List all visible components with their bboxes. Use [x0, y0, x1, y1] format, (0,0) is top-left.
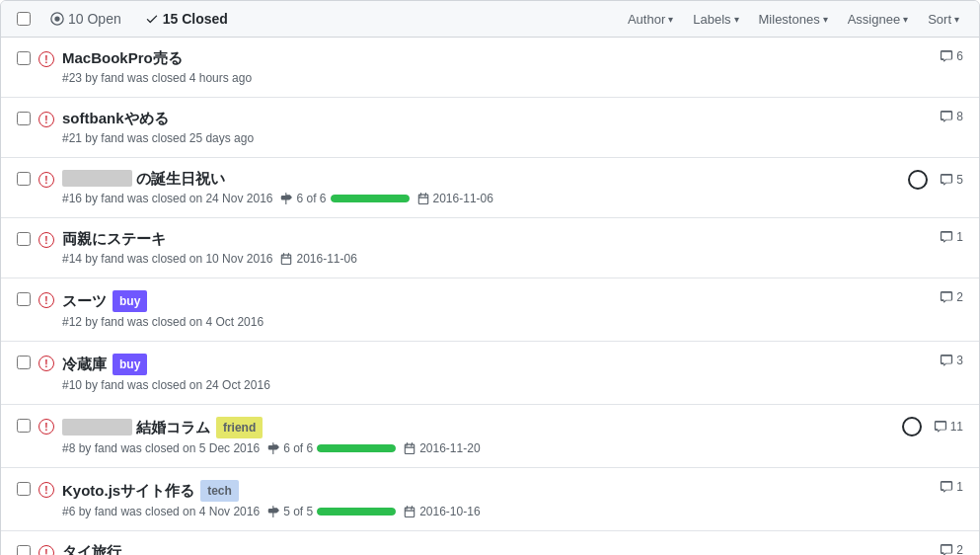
milestone-bar: 5 of 5	[267, 505, 396, 518]
comment-count-text: 1	[956, 480, 963, 494]
issue-checkbox[interactable]	[17, 232, 31, 246]
milestone-date: 2016-11-06	[417, 192, 493, 205]
issue-meta-text: #16 by fand was closed on 24 Nov 2016	[62, 192, 272, 205]
issue-title[interactable]: スーツ	[62, 292, 107, 311]
progress-bar-bg	[317, 444, 396, 452]
table-row: ! MacBookPro売る#23 by fand was closed 4 h…	[1, 38, 979, 98]
comment-count: 1	[940, 480, 963, 494]
issue-title[interactable]: 両親にステーキ	[62, 230, 166, 249]
issue-checkbox[interactable]	[17, 112, 31, 125]
issue-checkbox[interactable]	[17, 545, 31, 555]
comment-count-text: 11	[950, 420, 963, 434]
comment-icon	[940, 173, 953, 187]
issue-title[interactable]: xxxxxxxx の誕生日祝い	[62, 170, 225, 189]
issue-meta: #21 by fand was closed 25 days ago	[62, 131, 924, 145]
issue-content: Kyoto.jsサイト作るtech#6 by fand was closed o…	[62, 480, 924, 518]
comment-count: 5	[940, 173, 963, 187]
issue-title[interactable]: xxxxxxxx 結婚コラム	[62, 419, 210, 437]
progress-bar-bg	[331, 195, 410, 202]
comment-count-text: 2	[956, 543, 963, 555]
milestones-chevron-icon: ▾	[823, 14, 828, 25]
avatar	[908, 170, 928, 190]
issues-container: 10 Open 15 Closed Author ▾ Labels ▾ Mile…	[0, 0, 980, 555]
open-status-button[interactable]: 10 Open	[46, 9, 125, 29]
avatar	[902, 417, 922, 436]
issue-meta-text: #10 by fand was closed on 24 Oct 2016	[62, 378, 270, 392]
table-row: ! xxxxxxxx の誕生日祝い#16 by fand was closed …	[1, 158, 979, 218]
svg-text:!: !	[44, 548, 47, 555]
label-badge[interactable]: friend	[216, 417, 263, 438]
issue-title[interactable]: Kyoto.jsサイト作る	[62, 482, 194, 501]
issue-title[interactable]: 冷蔵庫	[62, 356, 107, 374]
issue-title[interactable]: MacBookPro売る	[62, 49, 183, 68]
issue-right: 2	[940, 290, 963, 304]
closed-status-button[interactable]: 15 Closed	[141, 9, 232, 29]
svg-text:!: !	[44, 235, 47, 246]
progress-bar-fill	[331, 195, 410, 202]
calendar-icon	[417, 193, 429, 204]
author-filter-button[interactable]: Author ▾	[624, 10, 677, 29]
calendar-icon	[404, 506, 415, 517]
svg-text:!: !	[44, 175, 47, 186]
issue-meta: #16 by fand was closed on 24 Nov 2016 6 …	[62, 192, 892, 205]
issue-checkbox[interactable]	[17, 172, 31, 186]
label-badge[interactable]: buy	[113, 354, 147, 375]
issue-right: 8	[940, 110, 963, 123]
progress-bar-fill	[317, 444, 396, 452]
issue-closed-icon: !	[38, 356, 54, 371]
toolbar: 10 Open 15 Closed Author ▾ Labels ▾ Mile…	[1, 1, 979, 38]
issue-content: 冷蔵庫buy#10 by fand was closed on 24 Oct 2…	[62, 354, 924, 392]
issue-checkbox[interactable]	[17, 356, 31, 369]
milestone-icon	[280, 193, 292, 204]
table-row: ! 両親にステーキ#14 by fand was closed on 10 No…	[1, 218, 979, 278]
milestone-text: 6 of 6	[283, 441, 313, 455]
issue-closed-icon: !	[38, 172, 54, 188]
milestone-date-text: 2016-10-16	[419, 505, 480, 518]
comment-count-text: 1	[956, 230, 963, 244]
milestone-date-text: 2016-11-06	[296, 252, 356, 266]
issue-meta: #14 by fand was closed on 10 Nov 2016 20…	[62, 252, 924, 266]
issue-meta-text: #23 by fand was closed 4 hours ago	[62, 71, 252, 85]
issue-closed-icon: !	[38, 51, 54, 67]
table-row: ! xxxxxxxx 結婚コラムfriend#8 by fand was clo…	[1, 405, 979, 468]
comment-count: 6	[940, 49, 963, 63]
milestone-bar: 6 of 6	[267, 441, 396, 455]
issue-content: MacBookPro売る#23 by fand was closed 4 hou…	[62, 49, 924, 85]
label-badge[interactable]: tech	[200, 480, 239, 502]
issue-meta: #10 by fand was closed on 24 Oct 2016	[62, 378, 924, 392]
sort-filter-button[interactable]: Sort ▾	[924, 10, 963, 29]
issue-checkbox[interactable]	[17, 482, 31, 496]
issue-meta: #23 by fand was closed 4 hours ago	[62, 71, 924, 85]
issue-right: 3	[940, 354, 963, 367]
issue-content: softbankやめる#21 by fand was closed 25 day…	[62, 110, 924, 145]
svg-text:!: !	[44, 115, 47, 125]
issue-title-row: Kyoto.jsサイト作るtech	[62, 480, 924, 502]
select-all-checkbox[interactable]	[17, 12, 31, 26]
svg-text:!: !	[44, 422, 47, 433]
labels-filter-button[interactable]: Labels ▾	[689, 10, 742, 29]
milestone-date: 2016-11-06	[280, 252, 356, 266]
issue-checkbox[interactable]	[17, 51, 31, 65]
comment-icon	[940, 110, 953, 123]
issue-title-row: xxxxxxxx 結婚コラムfriend	[62, 417, 886, 438]
milestones-filter-button[interactable]: Milestones ▾	[755, 10, 832, 29]
open-icon	[50, 12, 64, 26]
svg-text:!: !	[44, 54, 47, 65]
issue-meta-text: #6 by fand was closed on 4 Nov 2016	[62, 505, 260, 518]
assignee-filter-button[interactable]: Assignee ▾	[844, 10, 912, 29]
issue-content: 両親にステーキ#14 by fand was closed on 10 Nov …	[62, 230, 924, 266]
label-badge[interactable]: buy	[113, 290, 147, 312]
milestone-text: 5 of 5	[283, 505, 313, 518]
issue-title[interactable]: タイ旅行	[62, 543, 121, 555]
assignee-chevron-icon: ▾	[903, 14, 908, 25]
comment-icon	[940, 480, 953, 494]
comment-icon	[940, 354, 953, 367]
issue-title-row: 両親にステーキ	[62, 230, 924, 249]
issue-checkbox[interactable]	[17, 292, 31, 306]
issue-checkbox[interactable]	[17, 419, 31, 433]
issues-list: ! MacBookPro売る#23 by fand was closed 4 h…	[1, 38, 979, 555]
comment-count-text: 6	[956, 49, 963, 63]
svg-text:!: !	[44, 485, 47, 496]
issue-title[interactable]: softbankやめる	[62, 110, 169, 128]
issue-meta: #8 by fand was closed on 5 Dec 2016 6 of…	[62, 441, 886, 455]
